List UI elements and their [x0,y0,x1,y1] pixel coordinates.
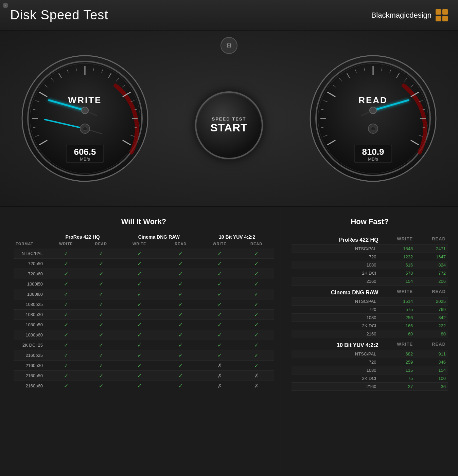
wiw-cell: ✓ [118,310,161,320]
hf-row-label: 2K DCI [292,322,378,330]
hf-group-name: ProRes 422 HQ [292,233,378,245]
wiw-cell: ✓ [48,381,85,391]
will-it-work-title: Will It Work? [14,217,274,226]
start-button[interactable]: SPEED TEST START [195,91,263,159]
brand-square-1 [436,9,441,15]
check-icon: ✓ [217,342,222,348]
wiw-cell: ✓ [239,340,274,350]
check-icon: ✓ [137,301,142,307]
wiw-cell: ✓ [118,371,161,381]
wiw-col-cineraw: Cinema DNG RAW [118,233,200,241]
hf-section-header: Cinema DNG RAW WRITE READ [292,286,448,297]
wiw-cell: ✓ [161,340,200,350]
table-row: 1080i60✓✓✓✓✓✓ [14,289,274,299]
wiw-sub-read3: READ [239,241,274,249]
table-row: 1080 115 154 [292,366,448,374]
hf-write-value: 682 [378,350,415,358]
check-icon: ✓ [254,363,259,368]
check-icon: ✓ [178,363,183,368]
wiw-cell: ✓ [200,330,239,340]
check-icon: ✓ [217,332,222,338]
close-button[interactable]: × [3,3,8,8]
table-row: NTSC/PAL 1514 2025 [292,297,448,306]
check-icon: ✓ [99,363,103,368]
wiw-cell: ✓ [200,289,239,299]
svg-text:WRITE: WRITE [68,95,102,105]
check-icon: ✓ [99,281,103,287]
wiw-cell: ✓ [200,269,239,279]
table-row: 2160p60✓✓✓✓✗✗ [14,381,274,391]
wiw-cell: ✓ [48,259,85,269]
wiw-cell: ✓ [239,320,274,330]
wiw-row-label: 2160p50 [14,371,48,381]
check-icon: ✓ [64,373,68,379]
check-icon: ✓ [178,352,183,358]
wiw-col-format-header [14,233,48,241]
wiw-cell: ✓ [239,259,274,269]
hf-read-value: 769 [415,306,448,314]
wiw-col-yuv: 10 Bit YUV 4:2:2 [200,233,274,241]
hf-read-value: 2471 [415,245,448,253]
hf-group-name: 10 Bit YUV 4:2:2 [292,338,378,350]
wiw-cell: ✓ [85,361,118,371]
wiw-col-prores: ProRes 422 HQ [48,233,118,241]
check-icon: ✓ [99,291,103,297]
check-icon: ✓ [137,281,142,287]
cross-icon: ✗ [217,383,222,389]
app-title: Disk Speed Test [10,8,108,22]
how-fast-panel: How Fast? ProRes 422 HQ WRITE READ NTSC/… [281,207,458,475]
wiw-cell: ✓ [85,371,118,381]
wiw-cell: ✓ [48,340,85,350]
hf-row-label: 2160 [292,330,378,338]
wiw-sub-write2: WRITE [118,241,161,249]
check-icon: ✓ [178,312,183,317]
cross-icon: ✗ [254,373,259,379]
wiw-cell: ✓ [85,279,118,289]
table-row: 2160p30✓✓✓✓✗✓ [14,361,274,371]
how-fast-table: ProRes 422 HQ WRITE READ NTSC/PAL 1848 2… [292,233,448,391]
table-row: 720p60✓✓✓✓✓✓ [14,269,274,279]
check-icon: ✓ [64,301,68,307]
wiw-cell: ✓ [48,350,85,361]
hf-col-read-header: READ [415,286,448,297]
wiw-row-label: 1080i50 [14,279,48,289]
check-icon: ✓ [254,342,259,348]
wiw-cell: ✓ [239,361,274,371]
check-icon: ✓ [64,291,68,297]
hf-read-value: 154 [415,366,448,374]
wiw-cell: ✓ [239,279,274,289]
wiw-cell: ✗ [239,371,274,381]
table-row: 720 1232 1647 [292,253,448,261]
settings-button[interactable]: ⚙ [221,37,237,54]
wiw-cell: ✓ [239,299,274,310]
hf-write-value: 75 [378,374,415,383]
hf-read-value: 824 [415,261,448,269]
check-icon: ✓ [99,271,103,277]
wiw-row-label: 2160p60 [14,381,48,391]
check-icon: ✓ [99,301,103,307]
wiw-cell: ✓ [118,340,161,350]
brand-squares [436,9,448,21]
wiw-cell: ✓ [48,361,85,371]
brand-name: Blackmagicdesign [371,11,431,20]
hf-col-write-header: WRITE [378,338,415,350]
check-icon: ✓ [64,322,68,328]
wiw-cell: ✓ [200,279,239,289]
hf-read-value: 346 [415,358,448,366]
hf-row-label: 1080 [292,366,378,374]
wiw-cell: ✓ [85,330,118,340]
check-icon: ✓ [137,291,142,297]
wiw-cell: ✓ [239,269,274,279]
wiw-cell: ✓ [85,269,118,279]
write-gauge: WRITE [20,54,149,183]
hf-read-value: 80 [415,330,448,338]
table-row: 1080p30✓✓✓✓✓✓ [14,310,274,320]
hf-write-value: 256 [378,314,415,322]
table-row: 1080p25✓✓✓✓✓✓ [14,299,274,310]
svg-text:MB/s: MB/s [368,157,378,162]
wiw-cell: ✓ [161,259,200,269]
hf-row-label: NTSC/PAL [292,297,378,306]
check-icon: ✓ [178,373,183,379]
gauge-wrapper: WRITE [0,54,458,183]
check-icon: ✓ [137,332,142,338]
